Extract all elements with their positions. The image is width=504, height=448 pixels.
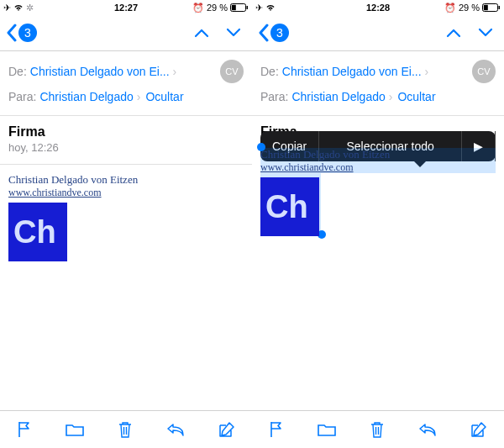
status-bar: ✈︎ ✲ 12:27 ⏰ 29 % [0, 0, 252, 15]
reply-icon[interactable] [417, 422, 438, 437]
svg-rect-2 [247, 6, 249, 9]
flag-icon[interactable] [268, 420, 285, 439]
alarm-icon: ⏰ [192, 3, 204, 13]
status-time: 12:27 [114, 3, 138, 13]
chevron-right-icon: › [137, 90, 141, 103]
flag-icon[interactable] [16, 420, 33, 439]
hide-details-button[interactable]: Ocultar [145, 90, 183, 103]
svg-rect-4 [484, 5, 488, 10]
prev-message-button[interactable] [193, 27, 210, 39]
battery-icon [230, 3, 249, 12]
sender-avatar[interactable]: CV [472, 60, 496, 83]
from-label: De: [8, 65, 27, 78]
to-label: Para: [260, 90, 288, 103]
status-time: 12:28 [366, 3, 390, 13]
message-headers: De: Christian Delgado von Ei... › CV Par… [0, 51, 252, 116]
trash-icon[interactable] [369, 420, 386, 439]
signature-url-link[interactable]: www.christiandve.com [8, 187, 244, 199]
back-button[interactable] [5, 23, 17, 43]
mail-pane-right: ✈︎ 12:28 ⏰ 29 % 3 [252, 0, 504, 448]
signature-name: Christian Delgado von Eitzen [8, 173, 244, 187]
alarm-icon: ⏰ [444, 3, 456, 13]
from-label: De: [260, 65, 279, 78]
wifi-icon [13, 3, 24, 12]
message-body[interactable]: Christian Delgado von Eitzen www.christi… [252, 140, 504, 410]
subject-block: Firma hoy, 12:26 [0, 116, 252, 165]
bottom-toolbar [252, 410, 504, 448]
from-value: Christian Delgado von Ei... [30, 65, 170, 78]
unread-badge[interactable]: 3 [18, 24, 37, 42]
airplane-icon: ✈︎ [255, 3, 263, 13]
chevron-right-icon: › [173, 65, 177, 78]
signature-name: Christian Delgado von Eitzen [260, 148, 496, 161]
airplane-icon: ✈︎ [3, 3, 11, 13]
reply-icon[interactable] [165, 422, 186, 437]
prev-message-button[interactable] [445, 27, 462, 39]
header-to-row[interactable]: Para: Christian Delgado › Ocultar [260, 87, 496, 107]
battery-icon [482, 3, 501, 12]
next-message-button[interactable] [477, 27, 494, 39]
bottom-toolbar [0, 410, 252, 448]
svg-rect-1 [232, 5, 236, 10]
battery-text: 29 % [207, 3, 228, 13]
signature-logo: Ch [260, 177, 319, 236]
subject-text: Firma [8, 124, 244, 140]
to-value: Christian Delgado [39, 90, 133, 103]
compose-icon[interactable] [218, 420, 236, 439]
signature-url-link[interactable]: www.christiandve.com [260, 161, 496, 174]
folder-icon[interactable] [65, 421, 85, 438]
header-to-row[interactable]: Para: Christian Delgado › Ocultar [8, 87, 244, 107]
next-message-button[interactable] [225, 27, 242, 39]
hide-details-button[interactable]: Ocultar [397, 90, 435, 103]
status-bar: ✈︎ 12:28 ⏰ 29 % [252, 0, 504, 15]
timestamp-text: hoy, 12:26 [8, 141, 244, 154]
folder-icon[interactable] [317, 421, 337, 438]
from-value: Christian Delgado von Ei... [282, 65, 422, 78]
header-from-row[interactable]: De: Christian Delgado von Ei... › CV [8, 56, 244, 87]
to-value: Christian Delgado [291, 90, 385, 103]
unread-badge[interactable]: 3 [270, 24, 289, 42]
signature-logo: Ch [8, 203, 67, 261]
trash-icon[interactable] [117, 420, 134, 439]
chevron-right-icon: › [425, 65, 429, 78]
sender-avatar[interactable]: CV [220, 60, 244, 83]
loading-icon: ✲ [26, 3, 34, 13]
message-headers: De: Christian Delgado von Ei... › CV Par… [252, 51, 504, 116]
mail-pane-left: ✈︎ ✲ 12:27 ⏰ 29 % 3 [0, 0, 252, 448]
svg-rect-5 [499, 6, 501, 9]
to-label: Para: [8, 90, 36, 103]
compose-icon[interactable] [470, 420, 488, 439]
chevron-right-icon: › [389, 90, 393, 103]
battery-text: 29 % [459, 3, 480, 13]
back-button[interactable] [257, 23, 269, 43]
header-from-row[interactable]: De: Christian Delgado von Ei... › CV [260, 56, 496, 87]
message-body[interactable]: Christian Delgado von Eitzen www.christi… [0, 165, 252, 410]
wifi-icon [265, 3, 276, 12]
nav-bar: 3 [0, 15, 252, 51]
nav-bar: 3 [252, 15, 504, 51]
